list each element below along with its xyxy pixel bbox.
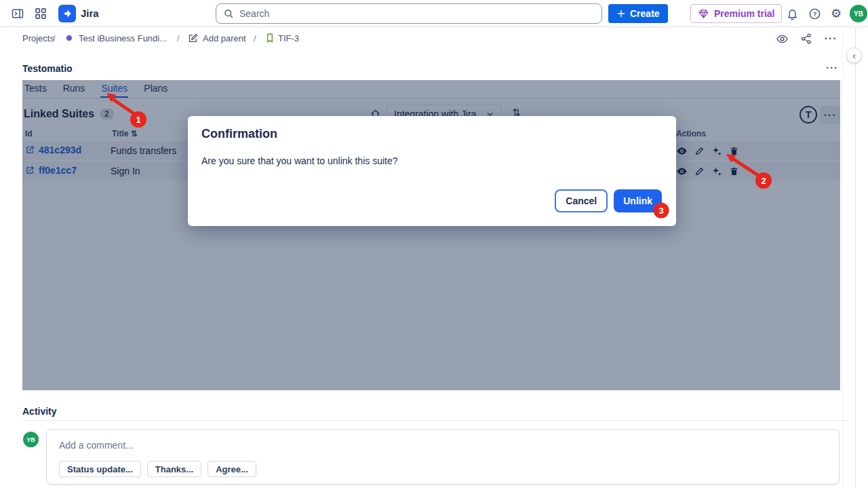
- dialog-message: Are you sure that you want to unlink thi…: [201, 155, 398, 166]
- breadcrumb-issue-key[interactable]: TIF-3: [278, 33, 299, 43]
- premium-trial-label: Premium trial: [714, 8, 774, 19]
- comment-box[interactable]: Add a comment... Status update... Thanks…: [46, 429, 840, 485]
- add-parent-link[interactable]: Add parent: [203, 33, 246, 43]
- dialog-title: Confirmation: [201, 127, 277, 141]
- gem-icon: [698, 8, 709, 20]
- panel-divider: [855, 28, 856, 488]
- activity-divider: [22, 420, 846, 421]
- breadcrumb-projects[interactable]: Projects: [22, 33, 54, 43]
- plus-icon: [616, 9, 626, 18]
- top-navigation-bar: Jira Create Premium trial ? ⚙ YB: [0, 0, 868, 27]
- quick-reply-thanks[interactable]: Thanks...: [147, 461, 201, 477]
- notifications-bell-icon[interactable]: [785, 6, 800, 21]
- confirmation-dialog: Confirmation Are you sure that you want …: [188, 116, 676, 226]
- content-edge-divider: [842, 28, 843, 488]
- quick-reply-status-update[interactable]: Status update...: [59, 461, 141, 477]
- global-search[interactable]: [216, 3, 602, 24]
- user-avatar[interactable]: YB: [850, 5, 867, 22]
- activity-heading: Activity: [22, 406, 57, 417]
- breadcrumb: Projects / Test iBusiness Fundi... / Add…: [0, 28, 842, 50]
- breadcrumb-separator: /: [254, 33, 256, 43]
- app-switcher-icon[interactable]: [33, 5, 49, 22]
- testomatio-panel: Tests Runs Suites Plans Linked Suites 2 …: [22, 80, 840, 390]
- search-icon: [223, 8, 234, 19]
- collapse-panel-chevron-left-icon[interactable]: ‹: [846, 48, 862, 63]
- breadcrumb-separator: /: [177, 33, 180, 43]
- quick-reply-agree[interactable]: Agree...: [208, 461, 256, 477]
- svg-text:?: ?: [812, 10, 816, 17]
- page: Jira Create Premium trial ? ⚙ YB Project…: [0, 0, 868, 488]
- create-button-label: Create: [630, 8, 660, 19]
- quick-replies: Status update... Thanks... Agree...: [59, 461, 256, 477]
- testomatio-section-title: Testomatio: [22, 63, 73, 74]
- breadcrumb-project[interactable]: Test iBusiness Fundi...: [79, 33, 167, 43]
- comment-placeholder[interactable]: Add a comment...: [59, 440, 134, 451]
- unlink-button[interactable]: Unlink: [614, 189, 662, 212]
- cancel-button[interactable]: Cancel: [555, 189, 608, 212]
- breadcrumb-separator: /: [53, 33, 56, 43]
- testomatio-more-icon[interactable]: ···: [826, 62, 838, 73]
- settings-gear-icon[interactable]: ⚙: [829, 6, 844, 21]
- more-actions-icon[interactable]: ···: [822, 30, 840, 48]
- dialog-actions: Cancel Unlink: [555, 189, 662, 212]
- search-input[interactable]: [239, 8, 595, 19]
- edit-icon: [187, 33, 199, 44]
- sidebar-toggle-icon[interactable]: [9, 5, 26, 22]
- bookmark-icon: [264, 33, 275, 43]
- jira-logo-icon[interactable]: [58, 5, 76, 22]
- app-title: Jira: [81, 7, 99, 19]
- share-icon[interactable]: [797, 30, 815, 48]
- premium-trial-button[interactable]: Premium trial: [690, 4, 782, 23]
- comment-avatar: YB: [23, 432, 39, 447]
- create-button[interactable]: Create: [608, 4, 668, 23]
- help-icon[interactable]: ?: [807, 6, 822, 21]
- watch-eye-icon[interactable]: [773, 30, 791, 48]
